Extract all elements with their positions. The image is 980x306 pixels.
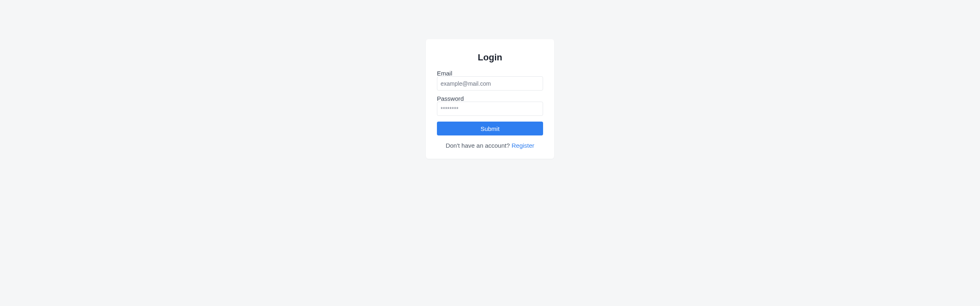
- footer-text: Don't have an account? Register: [437, 142, 543, 149]
- password-group: Password: [437, 96, 543, 116]
- password-label: Password: [437, 95, 543, 102]
- password-input[interactable]: [437, 102, 543, 116]
- email-input[interactable]: [437, 76, 543, 91]
- footer-prompt: Don't have an account?: [445, 142, 511, 149]
- submit-button[interactable]: Submit: [437, 122, 543, 135]
- register-link[interactable]: Register: [512, 142, 535, 149]
- email-label: Email: [437, 70, 543, 76]
- login-card: Login Email Password Submit Don't have a…: [426, 39, 554, 159]
- email-group: Email: [437, 71, 543, 91]
- card-title: Login: [437, 52, 543, 63]
